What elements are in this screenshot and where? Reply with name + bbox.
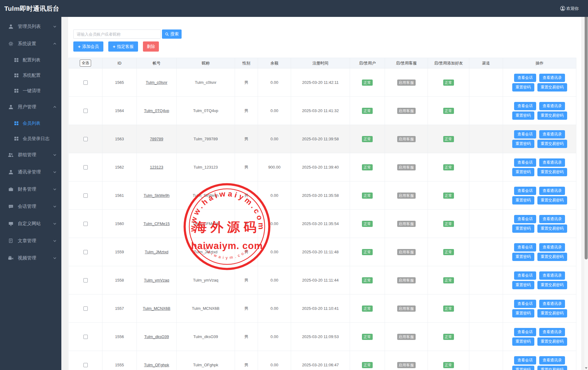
reset-password-button[interactable]: 重置密码 <box>512 168 534 176</box>
service-status-badge[interactable]: 启用客服 <box>397 80 416 86</box>
reset-password-button[interactable]: 重置密码 <box>512 366 534 370</box>
row-checkbox[interactable] <box>83 306 88 311</box>
view-session-button[interactable]: 查看会话 <box>514 271 536 280</box>
reset-password-button[interactable]: 重置密码 <box>512 140 534 148</box>
reset-password-button[interactable]: 重置密码 <box>512 309 534 317</box>
row-checkbox[interactable] <box>83 165 88 169</box>
view-session-button[interactable]: 查看会话 <box>514 215 536 223</box>
scrollbar-down-arrow[interactable] <box>585 367 587 369</box>
friend-status-badge[interactable]: 正常 <box>443 221 454 227</box>
view-contacts-button[interactable]: 查看通讯录 <box>539 356 565 364</box>
service-status-badge[interactable]: 启用客服 <box>397 277 416 283</box>
sidebar-item-7[interactable]: 会员登录日志 <box>0 131 61 146</box>
add-member-button[interactable]: + 添加会员 <box>73 41 103 52</box>
reset-trade-password-button[interactable]: 重置交易密码 <box>537 111 567 120</box>
view-session-button[interactable]: 查看会话 <box>514 356 536 364</box>
account-link[interactable]: Tulm_0TQ4vp <box>144 108 169 113</box>
account-link[interactable]: Tulm_OFghpk <box>144 363 169 367</box>
reset-trade-password-button[interactable]: 重置交易密码 <box>537 253 567 261</box>
reset-password-button[interactable]: 重置密码 <box>512 196 534 204</box>
sidebar-item-4[interactable]: 一键清理 <box>0 83 61 98</box>
sidebar-item-10[interactable]: 财务管理 <box>0 181 61 198</box>
account-link[interactable]: Tulm_dksO39 <box>144 334 169 339</box>
service-status-badge[interactable]: 启用客服 <box>397 136 416 142</box>
sidebar-item-1[interactable]: 系统设置 <box>0 35 61 52</box>
user-status-badge[interactable]: 正常 <box>362 306 373 312</box>
service-status-badge[interactable]: 启用客服 <box>397 221 416 227</box>
reset-trade-password-button[interactable]: 重置交易密码 <box>537 83 567 92</box>
service-status-badge[interactable]: 启用客服 <box>397 334 416 340</box>
reset-trade-password-button[interactable]: 重置交易密码 <box>537 196 567 204</box>
sidebar-item-11[interactable]: 会话管理 <box>0 198 61 215</box>
friend-status-badge[interactable]: 正常 <box>443 334 454 340</box>
view-contacts-button[interactable]: 查看通讯录 <box>539 130 565 138</box>
friend-status-badge[interactable]: 正常 <box>443 306 454 312</box>
sidebar-item-2[interactable]: 配置列表 <box>0 52 61 68</box>
account-link[interactable]: 789789 <box>150 137 163 141</box>
account-link[interactable]: Tulm_c0lsnr <box>146 80 167 85</box>
sidebar-item-14[interactable]: 视频管理 <box>0 249 61 267</box>
view-contacts-button[interactable]: 查看通讯录 <box>539 215 565 223</box>
row-checkbox[interactable] <box>83 363 88 367</box>
view-session-button[interactable]: 查看会话 <box>514 328 536 336</box>
view-session-button[interactable]: 查看会话 <box>514 243 536 251</box>
sidebar-item-12[interactable]: 自定义网站 <box>0 215 61 232</box>
user-status-badge[interactable]: 正常 <box>362 80 373 86</box>
sidebar-item-6[interactable]: 会员列表 <box>0 115 61 131</box>
user-status-badge[interactable]: 正常 <box>362 193 373 199</box>
search-input[interactable] <box>73 29 161 39</box>
friend-status-badge[interactable]: 正常 <box>443 136 454 142</box>
friend-status-badge[interactable]: 正常 <box>443 193 454 199</box>
view-contacts-button[interactable]: 查看通讯录 <box>539 328 565 336</box>
scrollbar-thumb[interactable] <box>585 17 588 259</box>
view-contacts-button[interactable]: 查看通讯录 <box>539 271 565 280</box>
account-link[interactable]: 123123 <box>150 165 163 169</box>
reset-trade-password-button[interactable]: 重置交易密码 <box>537 224 567 233</box>
user-status-badge[interactable]: 正常 <box>362 334 373 340</box>
service-status-badge[interactable]: 启用客服 <box>397 306 416 312</box>
user-status-badge[interactable]: 正常 <box>362 362 373 368</box>
reset-trade-password-button[interactable]: 重置交易密码 <box>537 281 567 289</box>
sidebar-item-3[interactable]: 系统配置 <box>0 68 61 83</box>
service-status-badge[interactable]: 启用客服 <box>397 108 416 114</box>
reset-password-button[interactable]: 重置密码 <box>512 337 534 346</box>
friend-status-badge[interactable]: 正常 <box>443 80 454 86</box>
reset-trade-password-button[interactable]: 重置交易密码 <box>537 309 567 317</box>
reset-trade-password-button[interactable]: 重置交易密码 <box>537 140 567 148</box>
user-status-badge[interactable]: 正常 <box>362 249 373 255</box>
reset-password-button[interactable]: 重置密码 <box>512 83 534 92</box>
row-checkbox[interactable] <box>83 193 88 198</box>
view-contacts-button[interactable]: 查看通讯录 <box>539 187 565 195</box>
view-contacts-button[interactable]: 查看通讯录 <box>539 158 565 167</box>
reset-trade-password-button[interactable]: 重置交易密码 <box>537 337 567 346</box>
sidebar-item-9[interactable]: 通讯录管理 <box>0 163 61 181</box>
view-contacts-button[interactable]: 查看通讯录 <box>539 102 565 110</box>
service-status-badge[interactable]: 启用客服 <box>397 362 416 368</box>
row-checkbox[interactable] <box>83 335 88 339</box>
view-session-button[interactable]: 查看会话 <box>514 187 536 195</box>
account-link[interactable]: Tulm_JMztxd <box>145 250 168 254</box>
service-status-badge[interactable]: 启用客服 <box>397 164 416 170</box>
reset-password-button[interactable]: 重置密码 <box>512 281 534 289</box>
user-status-badge[interactable]: 正常 <box>362 108 373 114</box>
view-session-button[interactable]: 查看会话 <box>514 158 536 167</box>
row-checkbox[interactable] <box>83 222 88 226</box>
view-contacts-button[interactable]: 查看通讯录 <box>539 74 565 82</box>
sidebar-item-0[interactable]: 管理员列表 <box>0 18 61 35</box>
account-link[interactable]: Tulm_SkWe9h <box>144 193 170 198</box>
account-link[interactable]: Tulm_ymVzaq <box>144 278 169 282</box>
row-checkbox[interactable] <box>83 278 88 282</box>
view-session-button[interactable]: 查看会话 <box>514 300 536 308</box>
sidebar-item-13[interactable]: 文章管理 <box>0 232 61 249</box>
search-button[interactable]: 搜索 <box>162 29 182 39</box>
user-status-badge[interactable]: 正常 <box>362 136 373 142</box>
sidebar-item-8[interactable]: 群组管理 <box>0 146 61 163</box>
friend-status-badge[interactable]: 正常 <box>443 277 454 283</box>
view-contacts-button[interactable]: 查看通讯录 <box>539 300 565 308</box>
user-menu[interactable]: 欢迎你 <box>560 6 579 11</box>
reset-trade-password-button[interactable]: 重置交易密码 <box>537 168 567 176</box>
service-status-badge[interactable]: 启用客服 <box>397 193 416 199</box>
user-status-badge[interactable]: 正常 <box>362 277 373 283</box>
row-checkbox[interactable] <box>83 109 88 113</box>
reset-password-button[interactable]: 重置密码 <box>512 224 534 233</box>
